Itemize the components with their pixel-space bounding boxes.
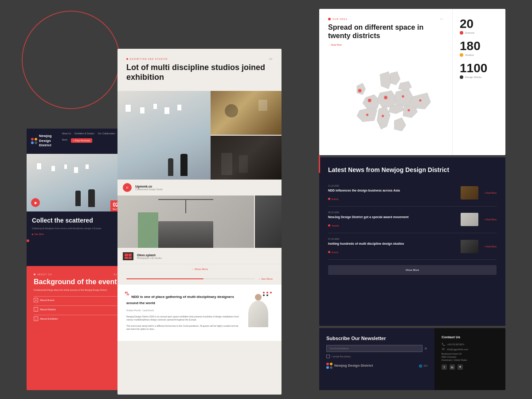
map-scandinavia: [380, 72, 391, 89]
news-tag-1: Events: [328, 198, 338, 200]
phone-icon: 📞: [442, 343, 445, 346]
exhibition-image-2a: [117, 196, 254, 248]
hero-see-more[interactable]: ▶ See More: [32, 233, 119, 235]
frame-b: [140, 107, 145, 114]
map-dot-berlin: [384, 96, 387, 99]
person-body: [248, 301, 268, 327]
stats-read-more[interactable]: → Read More: [328, 43, 443, 46]
nav-link-exhibition[interactable]: Exhibition & Studios: [74, 132, 94, 135]
exhibition-header: EXHIBITION AND STUDIOS 02 Lot of multi d…: [117, 49, 282, 91]
svg-point-1: [328, 18, 331, 20]
news-read-more-2[interactable]: → Read More: [483, 218, 497, 221]
about-section-light: “ NDD is one of place gathering of multi…: [117, 285, 282, 341]
news-thumb-image-1: [461, 186, 478, 200]
stats-map-area: OUR AREA 03 Spread on different space in…: [319, 9, 452, 155]
news-read-more-1[interactable]: → Read More: [483, 192, 497, 194]
linkedin-icon[interactable]: in: [450, 364, 455, 370]
studio-card-okno: Okno.splash Photography Lab Studios: [117, 249, 282, 264]
show-more-news-button[interactable]: Show More: [328, 265, 497, 275]
contact-phone: 📞 +49 079 9870874: [442, 343, 498, 346]
stats-label-text: OUR AREA: [332, 18, 348, 20]
shelf-item-1: [221, 153, 232, 175]
exhibition-gallery-image: [117, 91, 211, 180]
accent-line: [319, 155, 320, 173]
map-uk: [357, 83, 366, 95]
studio-logo-okno: [123, 252, 133, 260]
exhibition-title: Lot of multi discipline studios joined e…: [126, 63, 273, 82]
about-title: Background of the event: [34, 278, 117, 286]
news-title-3: Inviting hundreds of multi discipline de…: [328, 242, 456, 246]
footer-dot-red: [326, 363, 329, 365]
news-items-list: 11.10.2020 NDD influences the design bus…: [328, 180, 497, 260]
about-body-2: This event was being held in a different…: [126, 325, 242, 331]
news-item-3-info: 07.10.2020 Inviting hundreds of multi di…: [328, 238, 456, 255]
facebook-icon[interactable]: f: [442, 364, 447, 370]
frame-a: [125, 104, 131, 112]
stats-numbers: 20 Districts 180 Studios 1100 Design Wor…: [452, 9, 505, 155]
about-panel: ABOUT US 02 Background of the event Fund…: [27, 266, 124, 390]
stats-panel: OUR AREA 03 Spread on different space in…: [319, 9, 505, 155]
nav-link-about[interactable]: About Us: [62, 132, 71, 135]
about-quote-author: Andrea Pecski - Lead Event: [126, 309, 242, 312]
dark-shelf-bg: [211, 136, 282, 180]
news-title-1: NDD influences the design business acros…: [328, 188, 456, 192]
language-selector[interactable]: 🌐 EN: [419, 364, 427, 368]
about-link-exhibitor[interactable]: ↓ About Exhibitor: [34, 315, 117, 322]
stats-title: Spread on different space in twenty dist…: [328, 23, 443, 40]
stats-number: 03: [440, 18, 443, 20]
dot-1: [263, 292, 265, 293]
subscribe-input-row: ✕: [326, 345, 427, 352]
map-dot-madrid: [366, 114, 368, 116]
news-tag-label-2: Awards: [332, 224, 339, 227]
play-button[interactable]: [31, 198, 40, 207]
about-quote: “ NDD is one of place gathering of multi…: [126, 292, 242, 305]
email-icon: ✉: [442, 348, 445, 351]
subscribe-privacy-checkbox[interactable]: [326, 355, 330, 358]
show-more-button[interactable]: → Show More: [117, 264, 282, 274]
nav-link-news[interactable]: News: [62, 138, 68, 143]
about-event-icon: +: [34, 298, 38, 302]
progress-fill: [126, 278, 203, 279]
subscribe-email-input[interactable]: [326, 345, 422, 352]
person-head: [255, 294, 262, 301]
news-thumb-image-3: [461, 240, 478, 253]
see-more-link[interactable]: → See More: [258, 278, 273, 280]
footer-dot-yellow: [330, 363, 332, 365]
exhibition-image-craft: [211, 91, 282, 135]
stat-works-label: Design Works: [465, 76, 481, 78]
dot-2: [266, 292, 268, 293]
nav-link-collab[interactable]: Our Collaboration: [98, 132, 115, 135]
logo-text: Newjog Design District: [39, 134, 62, 148]
gallery-frame-2: [51, 165, 55, 172]
studio-type-2: Photography Lab Studios: [137, 257, 276, 259]
news-title-2: NewJog Design District got a special awa…: [328, 215, 456, 219]
about-link-event[interactable]: + About Event: [34, 296, 117, 304]
okno-dot-1: [125, 254, 128, 256]
subscribe-privacy-label: I accept the privacy: [332, 355, 351, 358]
frame-c: [153, 103, 157, 110]
gallery-frame-1: [36, 163, 42, 170]
stat-works: 1100 Design Works: [460, 62, 498, 79]
craft-image-bg: [211, 91, 282, 135]
studio-info-okno: Okno.splash Photography Lab Studios: [137, 254, 276, 259]
news-read-more-3[interactable]: → Read More: [483, 245, 497, 248]
nav-cta-button[interactable]: + Pass Purchase: [71, 138, 92, 143]
stat-studios-icon: [460, 53, 463, 57]
studio-logo-ugmonk: U: [123, 183, 132, 192]
news-tag-label-3: Events: [332, 251, 338, 254]
progress-bar-container: → See More: [117, 274, 282, 284]
studio-name-2: Okno.splash: [137, 254, 276, 257]
about-section-label: ABOUT US: [37, 273, 52, 276]
about-link-district[interactable]: ↓ About District: [34, 305, 117, 313]
news-tag-dot-1: [328, 198, 330, 200]
map-germany: [377, 91, 396, 108]
map-dot-rome: [382, 115, 384, 117]
news-date-2: 08.10.2020: [328, 211, 456, 214]
shelf-item-2: [239, 155, 248, 173]
news-thumb-1: [461, 186, 478, 200]
instagram-icon[interactable]: ✦: [458, 364, 463, 370]
quote-illustration: [246, 292, 273, 327]
progress-bar[interactable]: [126, 278, 255, 279]
about-exhibitor-label: About Exhibitor: [40, 317, 58, 320]
subscribe-clear-button[interactable]: ✕: [424, 345, 427, 352]
